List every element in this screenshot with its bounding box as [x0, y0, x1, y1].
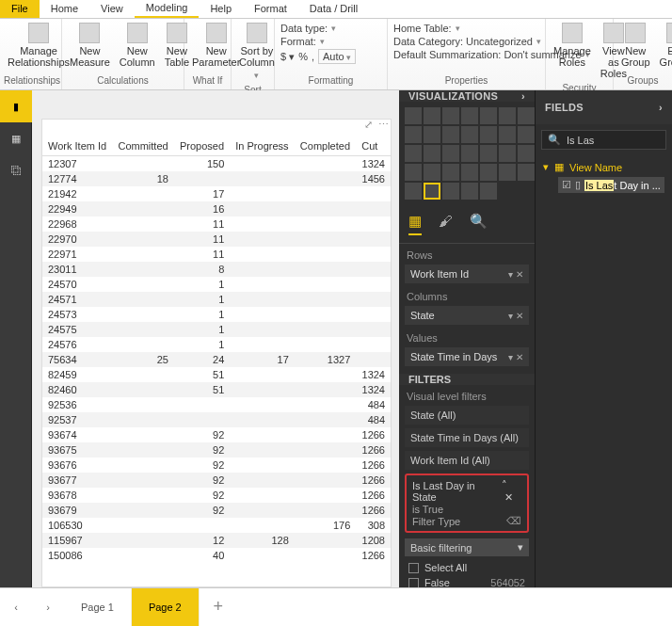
visual-type-26[interactable]: [499, 164, 516, 181]
visual-type-6[interactable]: [518, 107, 535, 124]
select-all-row[interactable]: Select All: [408, 562, 525, 573]
visual-type-32[interactable]: [480, 183, 497, 200]
new-column-btn[interactable]: New Column: [116, 21, 159, 70]
report-canvas[interactable]: ⤢⋯ Work Item IdCommittedProposedIn Progr…: [32, 90, 399, 587]
filter-icon[interactable]: ⤢: [364, 119, 373, 131]
rows-well[interactable]: Work Item Id▾ ✕: [405, 265, 529, 283]
visual-type-22[interactable]: [424, 164, 440, 181]
table-row: 92536484: [42, 397, 391, 412]
col-header[interactable]: Cut: [356, 136, 391, 156]
tab-modeling[interactable]: Modeling: [135, 0, 200, 18]
default-summarization-dd[interactable]: Default Summarization: Don't summarize: [393, 49, 539, 60]
table-node[interactable]: ▾▦View Name: [543, 159, 664, 175]
home-table-dd[interactable]: Home Table:: [393, 23, 539, 34]
visual-type-8[interactable]: [424, 126, 440, 143]
eraser-icon[interactable]: ⌫: [506, 515, 521, 527]
sort-by-column-btn[interactable]: Sort by Column: [235, 21, 279, 83]
visualizations-header: VISUALIZATIONS: [408, 90, 498, 102]
report-view-icon[interactable]: ▮: [0, 90, 32, 122]
tab-format[interactable]: Format: [243, 0, 298, 18]
visual-type-29[interactable]: [424, 183, 440, 200]
false-row[interactable]: False564052: [408, 577, 525, 587]
visual-type-9[interactable]: [442, 126, 459, 143]
col-header[interactable]: Work Item Id: [42, 136, 112, 156]
calculations-label: Calculations: [66, 73, 180, 88]
new-group-btn[interactable]: New Group: [617, 21, 654, 70]
visual-type-16[interactable]: [442, 145, 459, 162]
data-view-icon[interactable]: ▦: [0, 122, 32, 154]
format-dd[interactable]: Format:: [280, 36, 381, 47]
col-header[interactable]: Proposed: [174, 136, 230, 156]
collapse-icon[interactable]: ›: [659, 102, 663, 113]
filter-work-item-id[interactable]: Work Item Id (All): [405, 451, 529, 470]
tab-data-drill[interactable]: Data / Drill: [298, 0, 369, 18]
analytics-subtab-icon[interactable]: 🔍: [470, 213, 488, 235]
visual-type-7[interactable]: [405, 126, 422, 143]
page-2-tab[interactable]: Page 2: [132, 588, 200, 626]
visual-type-27[interactable]: [518, 164, 535, 181]
rows-label: Rows: [399, 244, 535, 263]
visual-type-4[interactable]: [480, 107, 497, 124]
visual-type-3[interactable]: [461, 107, 478, 124]
visual-toolbar[interactable]: ⤢⋯: [364, 119, 389, 131]
tab-file[interactable]: File: [0, 0, 40, 18]
tab-home[interactable]: Home: [40, 0, 89, 18]
formatting-label: Formatting: [279, 73, 383, 88]
visual-type-17[interactable]: [461, 145, 478, 162]
visual-type-5[interactable]: [499, 107, 516, 124]
visual-type-25[interactable]: [480, 164, 497, 181]
visual-type-30[interactable]: [442, 183, 459, 200]
add-page-btn[interactable]: +: [200, 597, 237, 617]
menu-tabs: FileHomeViewModelingHelpFormatData / Dri…: [0, 0, 672, 19]
visual-type-31[interactable]: [461, 183, 478, 200]
filter-state-time[interactable]: State Time in Days (All): [405, 428, 529, 447]
visual-type-18[interactable]: [480, 145, 497, 162]
visualizations-panel: VISUALIZATIONS› ▦ 🖌 🔍 Rows Work Item Id▾…: [399, 90, 536, 587]
visual-type-2[interactable]: [442, 107, 459, 124]
visual-type-12[interactable]: [499, 126, 516, 143]
visual-type-1[interactable]: [424, 107, 440, 124]
visual-type-21[interactable]: [405, 164, 422, 181]
field-is-last-day[interactable]: ☑▯Is Last Day in ...: [558, 177, 664, 193]
col-header[interactable]: Completed: [295, 136, 356, 156]
filter-is-last-day[interactable]: Is Last Day in State˄ ✕ is True Filter T…: [405, 474, 529, 533]
new-measure-btn[interactable]: New Measure: [66, 21, 114, 70]
visual-type-0[interactable]: [405, 107, 422, 124]
col-header[interactable]: Committed: [112, 136, 173, 156]
visual-type-19[interactable]: [499, 145, 516, 162]
visual-type-gallery[interactable]: [399, 102, 535, 205]
fields-subtab-icon[interactable]: ▦: [408, 213, 422, 235]
edit-groups-btn[interactable]: Edit Groups: [656, 21, 672, 70]
visual-type-10[interactable]: [461, 126, 478, 143]
more-icon[interactable]: ⋯: [378, 119, 389, 131]
page-1-tab[interactable]: Page 1: [64, 588, 132, 626]
data-type-dd[interactable]: Data type:: [280, 23, 381, 34]
format-subtab-icon[interactable]: 🖌: [439, 213, 453, 235]
fields-search[interactable]: 🔍Is Las: [541, 130, 666, 150]
tab-help[interactable]: Help: [199, 0, 243, 18]
next-page-btn[interactable]: ›: [32, 588, 64, 626]
format-tools[interactable]: $ ▾%,Auto: [280, 49, 381, 64]
collapse-icon[interactable]: ›: [521, 90, 525, 102]
visual-type-28[interactable]: [405, 183, 422, 200]
table-row: 2296811: [42, 217, 391, 232]
visual-type-14[interactable]: [405, 145, 422, 162]
prev-page-btn[interactable]: ‹: [0, 588, 32, 626]
visual-type-23[interactable]: [442, 164, 459, 181]
relationships-label: Relationships: [4, 73, 57, 88]
values-well[interactable]: State Time in Days▾ ✕: [405, 347, 529, 366]
data-category-dd[interactable]: Data Category: Uncategorized: [393, 36, 539, 47]
model-view-icon[interactable]: ⿻: [0, 154, 32, 186]
columns-well[interactable]: State▾ ✕: [405, 306, 529, 325]
visual-type-11[interactable]: [480, 126, 497, 143]
visual-type-20[interactable]: [518, 145, 535, 162]
manage-roles-btn[interactable]: Manage Roles: [550, 21, 595, 70]
col-header[interactable]: In Progress: [230, 136, 295, 156]
filter-type-dd[interactable]: Basic filtering▾: [405, 538, 529, 556]
visual-type-24[interactable]: [461, 164, 478, 181]
tab-view[interactable]: View: [89, 0, 135, 18]
matrix-visual[interactable]: ⤢⋯ Work Item IdCommittedProposedIn Progr…: [41, 119, 392, 587]
visual-type-15[interactable]: [424, 145, 440, 162]
visual-type-13[interactable]: [518, 126, 535, 143]
filter-state[interactable]: State (All): [405, 406, 529, 425]
